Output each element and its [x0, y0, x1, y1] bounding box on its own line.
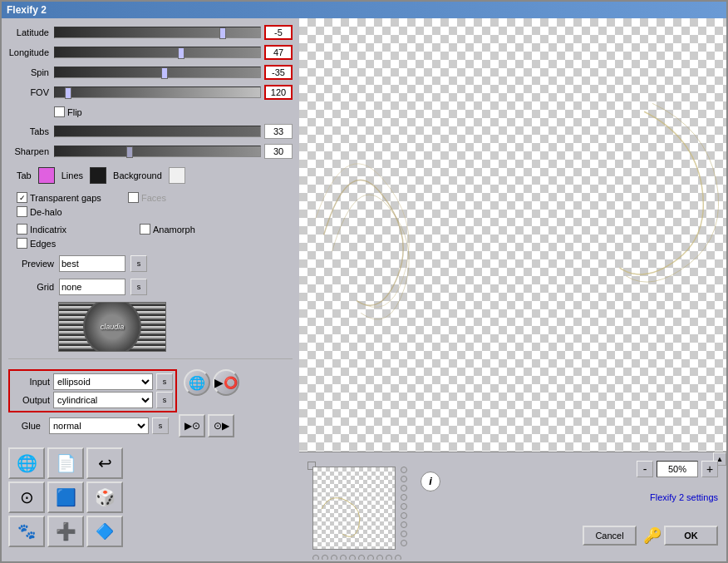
- fov-label: FOV: [8, 87, 54, 97]
- bdot-5: [349, 555, 356, 560]
- zoom-plus-btn[interactable]: +: [701, 461, 718, 477]
- ok-button[interactable]: OK: [664, 526, 718, 546]
- output-label: Output: [12, 395, 50, 405]
- tabs-slider[interactable]: [54, 126, 261, 137]
- action-btn-2[interactable]: 📄: [47, 447, 84, 479]
- preview-s-btn[interactable]: s: [130, 255, 147, 272]
- play-btn-2[interactable]: ⊙▶: [208, 414, 234, 437]
- latitude-row: Latitude: [8, 25, 293, 40]
- action-btn-8[interactable]: ➕: [47, 516, 84, 547]
- action-btn-3[interactable]: ↩: [86, 447, 123, 479]
- longitude-value[interactable]: [264, 45, 293, 60]
- input-row: Input ellipsoid cylindrical spherical s: [12, 373, 173, 390]
- action-btn-4[interactable]: ⊙: [8, 482, 45, 513]
- zoom-controls: - 50% +: [637, 461, 718, 477]
- tabs-value[interactable]: [264, 124, 293, 139]
- longitude-row: Longitude: [8, 45, 293, 60]
- background-color-swatch[interactable]: [169, 167, 185, 184]
- action-btn-5[interactable]: 🟦: [47, 482, 84, 513]
- action-btn-9[interactable]: 🔷: [86, 516, 123, 547]
- lines-color-swatch[interactable]: [90, 167, 106, 184]
- output-dropdown[interactable]: cylindrical spherical ellipsoid: [53, 392, 153, 408]
- action-icon-5: 🟦: [56, 487, 76, 507]
- latitude-label: Latitude: [8, 27, 54, 37]
- thumbnail[interactable]: [312, 467, 396, 550]
- flip-checkbox[interactable]: [54, 106, 65, 117]
- main-window: Flexify 2 Latitude Longitude: [0, 0, 728, 563]
- input-dropdown[interactable]: ellipsoid cylindrical spherical: [53, 373, 153, 390]
- window-title: Flexify 2: [7, 4, 47, 16]
- io-section-container: Input ellipsoid cylindrical spherical s …: [8, 368, 293, 439]
- play-btn[interactable]: ▶⊙: [179, 414, 205, 437]
- anamorph-checkbox[interactable]: [140, 224, 150, 235]
- flip-row: Flip: [8, 106, 293, 117]
- play-btns: ▶⊙ ⊙▶: [179, 414, 234, 437]
- de-halo-checkbox[interactable]: [17, 206, 27, 217]
- title-bar: Flexify 2: [2, 2, 726, 18]
- dot-4: [401, 494, 407, 501]
- spin-label: Spin: [8, 67, 54, 77]
- sharpen-row: Sharpen: [8, 144, 293, 159]
- transparent-gaps-checkbox[interactable]: [17, 192, 27, 203]
- bottom-bar: ▲: [299, 452, 726, 560]
- faces-label: Faces: [128, 192, 236, 203]
- tab-color-label: Tab: [17, 170, 32, 180]
- sharpen-value[interactable]: [264, 144, 293, 159]
- tab-color-swatch[interactable]: [38, 167, 55, 184]
- spin-slider[interactable]: [54, 67, 261, 78]
- transparent-gaps-label[interactable]: Transparent gaps: [17, 192, 125, 203]
- de-halo-label[interactable]: De-halo: [17, 206, 125, 217]
- fov-value[interactable]: [264, 85, 293, 100]
- bottom-dots: [312, 555, 401, 560]
- anamorph-label[interactable]: Anamorph: [140, 224, 248, 235]
- grid-label: Grid: [8, 282, 54, 292]
- flip-label: Flip: [67, 107, 82, 117]
- longitude-slider[interactable]: [54, 47, 261, 58]
- grid-s-btn[interactable]: s: [130, 279, 147, 295]
- dot-1: [401, 467, 407, 473]
- action-icon-2: 📄: [56, 453, 76, 473]
- latitude-slider[interactable]: [54, 27, 261, 38]
- input-output-box: Input ellipsoid cylindrical spherical s …: [8, 369, 177, 412]
- longitude-thumb[interactable]: [178, 47, 184, 59]
- bdot-9: [386, 555, 392, 560]
- info-btn[interactable]: i: [421, 472, 440, 491]
- latitude-value[interactable]: [264, 25, 293, 40]
- dot-3: [401, 485, 407, 491]
- sharpen-thumb[interactable]: [126, 146, 133, 158]
- latitude-thumb[interactable]: [219, 27, 226, 39]
- sharpen-slider[interactable]: [54, 146, 261, 157]
- bdot-2: [322, 555, 328, 560]
- spin-value[interactable]: [264, 65, 293, 80]
- checkboxes-section: Transparent gaps Faces De-halo: [8, 192, 293, 217]
- indicatrix-checkbox[interactable]: [17, 224, 27, 235]
- flip-checkbox-label[interactable]: Flip: [54, 106, 82, 117]
- io-btn-2[interactable]: ▶⭕: [213, 369, 239, 396]
- action-btn-6[interactable]: 🎲: [86, 482, 123, 513]
- settings-link[interactable]: Flexify 2 settings: [650, 492, 718, 502]
- indicatrix-label[interactable]: Indicatrix: [17, 224, 125, 235]
- edges-label[interactable]: Edges: [17, 238, 125, 249]
- preview-dropdown[interactable]: best normal fast: [59, 255, 125, 272]
- output-s-btn[interactable]: s: [156, 392, 173, 408]
- spin-thumb[interactable]: [161, 67, 168, 79]
- action-icon-8: ➕: [56, 521, 76, 541]
- glue-dropdown[interactable]: normal blend replace: [49, 417, 149, 434]
- action-btn-7[interactable]: 🐾: [8, 516, 45, 547]
- input-s-btn[interactable]: s: [156, 373, 173, 390]
- logo-preview: claudia: [58, 302, 166, 352]
- edges-checkbox[interactable]: [17, 238, 27, 249]
- action-btn-1[interactable]: 🌐: [8, 447, 45, 479]
- cancel-button[interactable]: Cancel: [583, 526, 637, 546]
- fov-slider[interactable]: [54, 86, 261, 98]
- de-halo-text: De-halo: [30, 207, 62, 217]
- grid-dropdown[interactable]: none show: [59, 279, 125, 295]
- tabs-label: Tabs: [8, 126, 54, 136]
- io-btn-1[interactable]: 🌐: [184, 369, 210, 396]
- glue-s-btn[interactable]: s: [152, 417, 169, 434]
- preview-label: Preview: [8, 259, 54, 269]
- grid-row: Grid none show s: [8, 279, 293, 295]
- zoom-minus-btn[interactable]: -: [637, 461, 653, 477]
- fov-row: FOV: [8, 85, 293, 100]
- fov-thumb[interactable]: [65, 87, 71, 99]
